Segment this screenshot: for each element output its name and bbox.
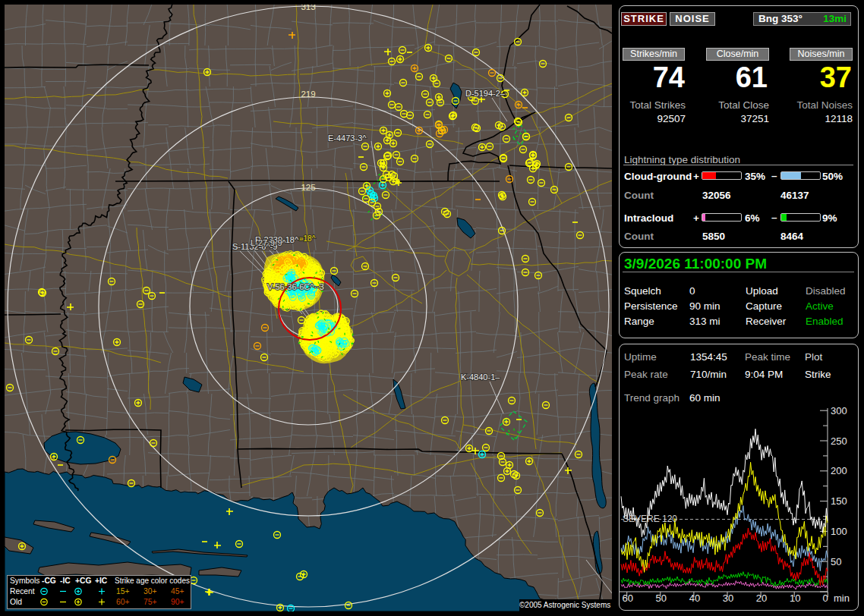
svg-text:Strike age color codes: Strike age color codes [115, 577, 190, 585]
svg-text:15+: 15+ [116, 587, 129, 596]
svg-text:+IC: +IC [95, 577, 108, 585]
svg-text:50: 50 [831, 556, 841, 567]
svg-text:-IC: -IC [60, 577, 71, 585]
svg-text:30: 30 [723, 592, 733, 604]
svg-text:219: 219 [301, 90, 315, 99]
svg-text:60: 60 [622, 592, 632, 604]
svg-text:150: 150 [831, 495, 847, 507]
svg-text:75+: 75+ [143, 598, 156, 606]
svg-text:300: 300 [831, 407, 847, 416]
svg-text:»18^: »18^ [299, 234, 316, 243]
svg-text:V-56·36-6C^··3: V-56·36-6C^··3 [267, 282, 324, 291]
svg-text:SEVERE 120: SEVERE 120 [623, 514, 677, 524]
svg-text:E-4473-3^: E-4473-3^ [328, 134, 367, 143]
svg-text:Old: Old [10, 598, 22, 606]
svg-text:100: 100 [831, 526, 847, 537]
svg-text:min: min [834, 592, 850, 604]
svg-text:45+: 45+ [171, 587, 184, 596]
svg-text:0: 0 [822, 592, 828, 604]
svg-text:50: 50 [656, 592, 667, 604]
svg-text:Symbols: Symbols [10, 577, 39, 585]
svg-text:313: 313 [301, 5, 315, 11]
svg-text:+CG: +CG [75, 577, 91, 585]
svg-text:30+: 30+ [143, 587, 156, 596]
svg-text:©2005 Astrogenic Systems: ©2005 Astrogenic Systems [519, 601, 610, 609]
svg-text:200: 200 [831, 465, 847, 476]
svg-text:K-4840-1–: K-4840-1– [461, 372, 500, 382]
svg-text:60+: 60+ [116, 598, 129, 606]
svg-text:-CG: -CG [42, 577, 56, 585]
svg-text:40: 40 [689, 592, 700, 604]
svg-text:10: 10 [790, 592, 800, 604]
svg-text:D-5194-2–: D-5194-2– [465, 89, 506, 98]
svg-text:L-27·9-9^: L-27·9-9^ [251, 238, 287, 247]
svg-text:Recent: Recent [10, 587, 35, 596]
svg-text:250: 250 [831, 435, 847, 447]
svg-text:20: 20 [756, 592, 767, 604]
svg-text:90+: 90+ [171, 598, 184, 606]
svg-text:125: 125 [301, 183, 315, 192]
